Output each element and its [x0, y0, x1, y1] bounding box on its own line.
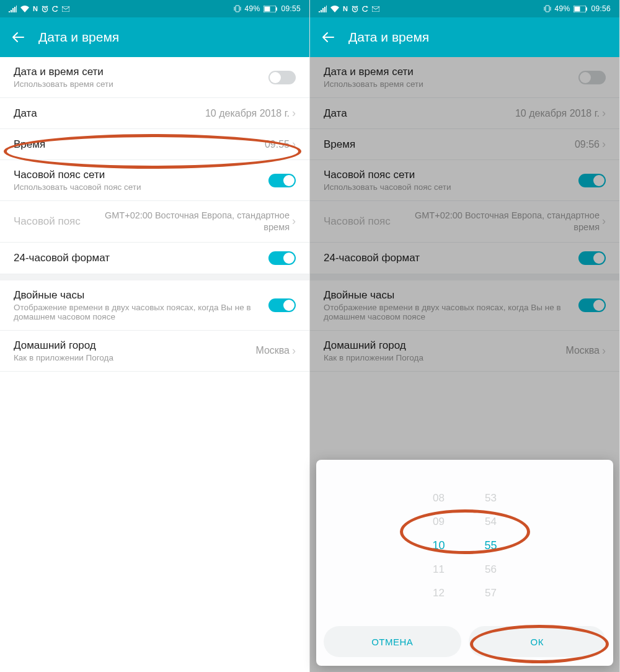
battery-percent: 49% — [555, 4, 570, 13]
chevron-right-icon: › — [292, 344, 296, 357]
row-title: Часовой пояс — [14, 215, 104, 228]
battery-icon — [574, 6, 587, 12]
row-value: Москва — [255, 345, 290, 356]
toggle-dual-clock[interactable] — [268, 298, 296, 312]
vibrate-icon — [234, 5, 241, 12]
page-title: Дата и время — [38, 30, 119, 45]
nfc-icon: N — [33, 5, 38, 12]
row-sub: Как в приложении Погода — [14, 353, 255, 362]
row-date[interactable]: Дата 10 декабря 2018 г. › — [0, 98, 309, 129]
row-24h[interactable]: 24-часовой формат — [0, 243, 309, 274]
minute-option[interactable]: 53 — [485, 492, 497, 504]
minute-wheel[interactable]: 53 54 55 56 57 — [485, 471, 497, 620]
hour-option[interactable]: 12 — [433, 587, 445, 599]
chevron-right-icon: › — [292, 107, 296, 120]
wifi-icon — [330, 6, 339, 12]
signal-icon — [319, 6, 327, 12]
status-bar: N 49% 09:55 — [0, 0, 309, 17]
svg-rect-4 — [265, 6, 270, 11]
alarm-icon — [352, 6, 358, 12]
row-title: Дата и время сети — [14, 66, 268, 78]
row-sub: Использовать часовой пояс сети — [14, 182, 268, 192]
status-time: 09:55 — [281, 4, 301, 13]
svg-rect-8 — [546, 6, 549, 12]
sync-icon — [52, 6, 58, 12]
minute-selected[interactable]: 55 — [485, 539, 497, 552]
row-time[interactable]: Время 09:55 › — [0, 129, 309, 160]
row-title: 24-часовой формат — [14, 252, 268, 264]
time-picker-sheet: 08 09 10 11 12 53 54 55 56 57 ОТМЕНА ОК — [316, 460, 613, 666]
settings-list: Дата и время сети Использовать время сет… — [0, 57, 309, 672]
wifi-icon — [20, 6, 29, 12]
svg-rect-2 — [236, 6, 239, 12]
app-header: Дата и время — [310, 17, 619, 57]
row-dual-clock[interactable]: Двойные часы Отображение времени в двух … — [0, 274, 309, 331]
row-sub: Использовать время сети — [14, 79, 268, 89]
toggle-tz-network[interactable] — [268, 174, 296, 187]
hour-option[interactable]: 08 — [433, 492, 445, 504]
signal-icon — [9, 6, 17, 12]
hour-option[interactable]: 09 — [433, 516, 445, 528]
sync-icon — [362, 6, 368, 12]
status-bar: N 49% 09:56 — [310, 0, 619, 17]
battery-icon — [264, 6, 277, 12]
toggle-24h[interactable] — [268, 251, 296, 265]
minute-option[interactable]: 57 — [485, 587, 497, 599]
svg-rect-5 — [276, 7, 277, 11]
minute-option[interactable]: 56 — [485, 563, 497, 576]
page-title: Дата и время — [348, 30, 429, 45]
row-value: GMT+02:00 Восточная Европа, стандартное … — [104, 210, 290, 233]
hour-wheel[interactable]: 08 09 10 11 12 — [432, 471, 445, 620]
battery-percent: 49% — [245, 4, 260, 13]
row-value: 10 декабря 2018 г. — [205, 108, 290, 119]
app-header: Дата и время — [0, 17, 309, 57]
chevron-right-icon: › — [292, 138, 296, 151]
screenshot-right: N 49% 09:56 Дата и время Дата и время се… — [310, 0, 620, 672]
row-tz-network[interactable]: Часовой пояс сети Использовать часовой п… — [0, 160, 309, 201]
back-icon[interactable] — [11, 30, 25, 44]
hour-option[interactable]: 11 — [433, 563, 445, 576]
mail-icon — [372, 6, 379, 12]
hour-selected[interactable]: 10 — [432, 539, 445, 552]
svg-rect-11 — [586, 7, 587, 11]
nfc-icon: N — [343, 5, 348, 12]
row-title: Часовой пояс сети — [14, 169, 268, 181]
row-title: Дата — [14, 107, 205, 120]
svg-rect-10 — [575, 6, 580, 11]
row-value: 09:55 — [265, 139, 290, 150]
cancel-button[interactable]: ОТМЕНА — [324, 626, 461, 657]
chevron-right-icon: › — [292, 215, 296, 228]
row-home-city[interactable]: Домашний город Как в приложении Погода М… — [0, 331, 309, 372]
screenshot-left: N 49% 09:55 Дата и время Дата и время се… — [0, 0, 310, 672]
mail-icon — [62, 6, 69, 12]
row-timezone: Часовой пояс GMT+02:00 Восточная Европа,… — [0, 201, 309, 243]
vibrate-icon — [544, 5, 551, 12]
time-picker-wheels[interactable]: 08 09 10 11 12 53 54 55 56 57 — [316, 471, 613, 620]
row-title: Двойные часы — [14, 289, 268, 302]
ok-button[interactable]: ОК — [469, 626, 606, 657]
status-time: 09:56 — [591, 4, 611, 13]
row-sub: Отображение времени в двух часовых пояса… — [14, 303, 268, 321]
alarm-icon — [42, 6, 48, 12]
row-title: Домашний город — [14, 339, 255, 352]
row-title: Время — [14, 138, 265, 151]
minute-option[interactable]: 54 — [485, 516, 497, 528]
toggle-network-time[interactable] — [268, 71, 296, 84]
row-network-time[interactable]: Дата и время сети Использовать время сет… — [0, 57, 309, 98]
back-icon[interactable] — [321, 30, 335, 44]
